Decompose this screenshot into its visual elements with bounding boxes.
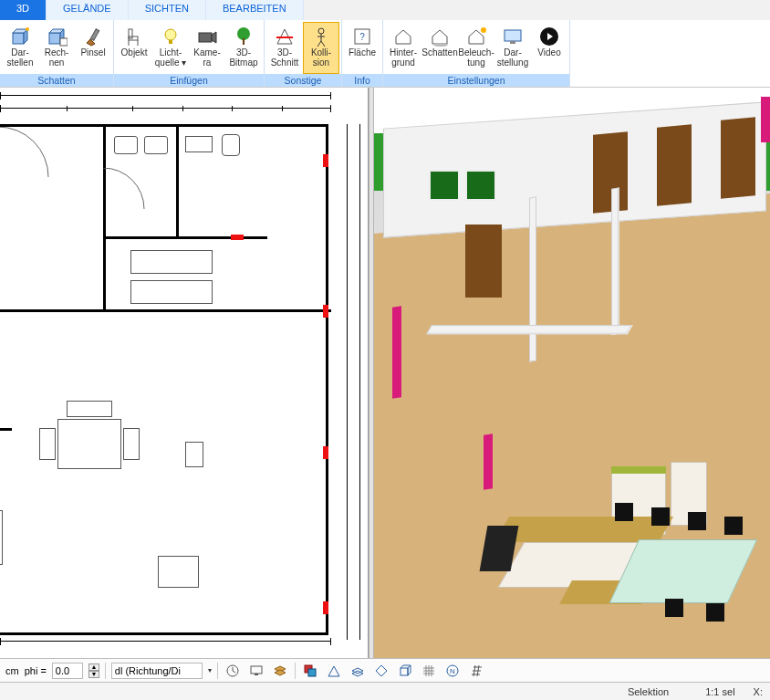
svg-rect-13 — [243, 38, 245, 45]
camera-icon — [195, 25, 219, 48]
svg-rect-4 — [90, 29, 99, 40]
person-icon — [309, 25, 333, 48]
tab-3d[interactable]: 3D — [0, 0, 47, 20]
status-x: X: — [754, 686, 763, 697]
floorplan-2d-view[interactable] — [0, 88, 369, 658]
flaeche-button[interactable]: ? Fläche — [344, 22, 380, 74]
workspace — [0, 88, 770, 658]
direction-dropdown[interactable]: dl (Richtung/Di — [111, 663, 203, 679]
3d-schnitt-button[interactable]: 3D-Schnitt — [266, 22, 303, 74]
chair-icon — [122, 25, 146, 48]
cube-sun-icon — [8, 25, 32, 48]
layers-icon[interactable] — [271, 662, 289, 680]
angle-icon[interactable] — [325, 662, 343, 680]
tab-bearbeiten[interactable]: BEARBEITEN — [206, 0, 304, 20]
svg-rect-20 — [505, 30, 521, 41]
svg-rect-27 — [308, 669, 316, 676]
svg-text:?: ? — [359, 32, 365, 42]
menu-tabs: 3D GELÄNDE SICHTEN BEARBEITEN — [0, 0, 770, 20]
house-bg-icon — [391, 25, 415, 48]
svg-rect-25 — [255, 674, 258, 675]
phi-label: phi = — [25, 665, 47, 676]
svg-point-18 — [433, 43, 448, 47]
status-bar: Selektion 1:1 sel X: — [0, 682, 770, 700]
monitor-small-icon[interactable] — [247, 662, 265, 680]
phi-input[interactable]: 0.0 — [52, 663, 83, 679]
kollision-button[interactable]: Kolli-sion — [303, 22, 339, 74]
render-3d-view[interactable] — [374, 88, 770, 658]
svg-rect-28 — [401, 668, 408, 675]
darstellung-button[interactable]: Dar-stellung — [494, 22, 531, 74]
clock-icon[interactable] — [224, 662, 242, 680]
ribbon: Dar-stellen Rech-nen Pinsel Schatten Obj… — [0, 20, 770, 88]
status-selection: Selektion — [628, 686, 669, 697]
ribbon-group-schatten: Dar-stellen Rech-nen Pinsel Schatten — [0, 20, 114, 87]
objekt-button[interactable]: Objekt — [116, 22, 152, 74]
status-ratio: 1:1 sel — [705, 686, 734, 697]
section-icon — [273, 25, 297, 48]
phi-spinner[interactable]: ▲▼ — [88, 663, 99, 678]
bottom-toolbar: cm phi = 0.0 ▲▼ dl (Richtung/Di▾ N — [0, 658, 770, 682]
darstellen-button[interactable]: Dar-stellen — [2, 22, 38, 74]
diamond-icon[interactable] — [372, 662, 390, 680]
svg-rect-10 — [169, 40, 172, 44]
tab-sichten[interactable]: SICHTEN — [129, 0, 206, 20]
hash-icon[interactable] — [467, 662, 485, 680]
ribbon-group-info: ? Fläche Info — [342, 20, 383, 87]
svg-rect-0 — [13, 33, 24, 44]
area-icon: ? — [350, 25, 374, 48]
unit-label: cm — [5, 665, 19, 676]
svg-text:N: N — [450, 667, 455, 675]
monitor-icon — [501, 25, 525, 48]
beleuchtung-button[interactable]: Beleuch-tung — [458, 22, 494, 74]
stack-icon[interactable] — [301, 662, 319, 680]
house-light-icon — [464, 25, 488, 48]
svg-rect-24 — [251, 666, 262, 674]
schatten-button[interactable]: Schatten — [421, 22, 458, 74]
3d-bitmap-button[interactable]: 3D-Bitmap — [225, 22, 262, 74]
house-shadow-icon — [428, 25, 452, 48]
ribbon-group-einstellungen: Hinter-grund Schatten Beleuch-tung Dar-s… — [383, 20, 570, 87]
pinsel-button[interactable]: Pinsel — [75, 22, 111, 74]
ribbon-group-einfuegen: Objekt Licht-quelle ▾ Kame-ra 3D-Bitmap … — [114, 20, 265, 87]
svg-point-9 — [165, 29, 176, 40]
svg-point-15 — [318, 28, 324, 34]
ribbon-group-sonstige: 3D-Schnitt Kolli-sion Sonstige — [265, 20, 342, 87]
lichtquelle-button[interactable]: Licht-quelle ▾ — [152, 22, 189, 74]
svg-rect-3 — [60, 38, 68, 46]
tree-icon — [232, 25, 255, 48]
svg-point-19 — [481, 27, 486, 33]
hintergrund-button[interactable]: Hinter-grund — [385, 22, 421, 74]
brush-icon — [81, 25, 105, 48]
sheets-icon[interactable] — [349, 662, 367, 680]
rechnen-button[interactable]: Rech-nen — [38, 22, 75, 74]
play-icon — [537, 25, 561, 48]
kamera-button[interactable]: Kame-ra — [189, 22, 225, 74]
video-button[interactable]: Video — [531, 22, 567, 74]
cube-icon[interactable] — [396, 662, 414, 680]
grid-icon[interactable] — [420, 662, 438, 680]
cube-calc-icon — [45, 25, 68, 48]
svg-point-1 — [26, 27, 29, 31]
svg-rect-2 — [49, 33, 60, 44]
svg-rect-11 — [199, 33, 212, 42]
north-icon[interactable]: N — [443, 662, 462, 680]
tab-gelaende[interactable]: GELÄNDE — [47, 0, 129, 20]
bulb-icon — [159, 25, 182, 48]
svg-rect-21 — [510, 41, 515, 44]
svg-point-12 — [237, 27, 250, 40]
